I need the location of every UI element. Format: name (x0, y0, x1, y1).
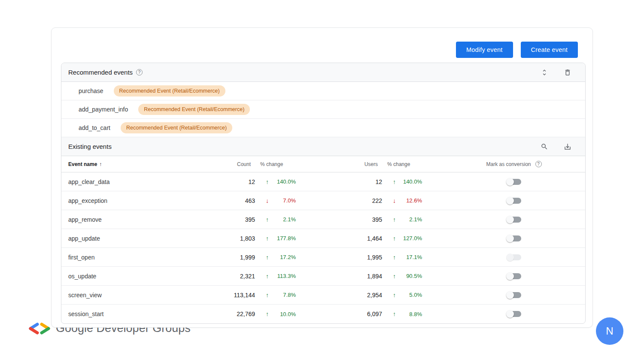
delete-icon[interactable] (564, 69, 571, 76)
event-count: 22,769 (204, 311, 255, 317)
column-users-change[interactable]: % change (382, 161, 422, 167)
recommended-event-row[interactable]: add_payment_info Recommended Event (Reta… (61, 100, 585, 119)
event-users: 2,954 (296, 292, 382, 299)
count-change-arrow-icon: ↑ (266, 311, 269, 317)
event-row[interactable]: session_start 22,769 ↑ 10.0% 6,097 ↑ 8.8… (61, 305, 585, 323)
event-name: app_update (61, 235, 204, 242)
event-name: screen_view (61, 292, 204, 299)
toggle-knob (506, 178, 514, 186)
toggle-knob (506, 253, 514, 261)
table-header-row: Event name ↑ Count % change Users % chan… (61, 156, 585, 172)
event-users: 1,464 (296, 235, 382, 242)
users-change-value: 127.0% (403, 235, 422, 241)
conversion-toggle[interactable] (506, 253, 522, 262)
column-users[interactable]: Users (296, 161, 382, 167)
users-change-value: 8.8% (409, 311, 422, 317)
recommended-badge: Recommended Event (Retail/Ecommerce) (114, 85, 225, 97)
download-icon[interactable] (564, 143, 571, 151)
users-change-value: 5.0% (409, 292, 422, 298)
toggle-knob (506, 197, 514, 205)
event-row[interactable]: first_open 1,999 ↑ 17.2% 1,995 ↑ 17.1% (61, 248, 585, 267)
event-name: os_update (61, 273, 204, 280)
recommended-event-row[interactable]: add_to_cart Recommended Event (Retail/Ec… (61, 119, 585, 137)
count-change-value: 17.2% (280, 254, 296, 260)
event-count: 1,999 (204, 254, 255, 261)
event-count: 463 (204, 197, 255, 204)
column-event-name-label: Event name (68, 161, 97, 167)
conversion-toggle[interactable] (506, 310, 522, 318)
event-users: 395 (296, 216, 382, 223)
existing-events-list: app_clear_data 12 ↑ 140.0% 12 ↑ 140.0% a… (61, 172, 585, 323)
event-users: 12 (296, 178, 382, 185)
event-row[interactable]: app_remove 395 ↑ 2.1% 395 ↑ 2.1% (61, 210, 585, 229)
column-event-name[interactable]: Event name ↑ (61, 161, 204, 167)
count-change-value: 140.0% (277, 178, 296, 185)
event-users: 222 (296, 197, 382, 204)
conversion-toggle[interactable] (506, 291, 522, 299)
toolbar: Modify event Create event (456, 42, 578, 58)
event-count: 2,321 (204, 273, 255, 280)
conversion-toggle[interactable] (506, 272, 522, 281)
recommended-events-header: Recommended events ? (61, 63, 585, 82)
count-change-arrow-icon: ↑ (266, 235, 269, 242)
toggle-knob (506, 216, 514, 223)
event-name: app_exception (61, 197, 204, 204)
count-change-arrow-icon: ↑ (266, 178, 269, 185)
event-users: 1,995 (296, 254, 382, 261)
avatar-letter: N (606, 325, 613, 337)
users-change-value: 140.0% (403, 178, 422, 185)
users-change-value: 2.1% (409, 216, 422, 223)
event-row[interactable]: os_update 2,321 ↑ 113.3% 1,894 ↑ 90.5% (61, 267, 585, 286)
event-count: 113,144 (204, 292, 255, 299)
users-change-arrow-icon: ↑ (393, 235, 396, 242)
event-count: 1,803 (204, 235, 255, 242)
toggle-knob (506, 310, 514, 318)
profile-avatar[interactable]: N (596, 317, 623, 345)
users-change-arrow-icon: ↑ (393, 254, 396, 261)
column-count-change[interactable]: % change (255, 161, 296, 167)
users-change-value: 12.6% (406, 197, 422, 204)
expand-collapse-icon[interactable] (541, 69, 548, 76)
count-change-arrow-icon: ↓ (266, 197, 269, 204)
event-row[interactable]: app_update 1,803 ↑ 177.8% 1,464 ↑ 127.0% (61, 229, 585, 248)
create-event-button[interactable]: Create event (521, 42, 578, 58)
existing-events-header: Existing events (61, 137, 585, 156)
users-change-value: 17.1% (406, 254, 422, 260)
conversion-toggle[interactable] (506, 234, 522, 243)
conversion-toggle[interactable] (506, 215, 522, 224)
help-icon[interactable]: ? (535, 161, 542, 167)
count-change-value: 10.0% (280, 311, 296, 317)
recommended-badge: Recommended Event (Retail/Ecommerce) (121, 122, 232, 133)
google-developer-groups-logo (28, 322, 51, 335)
event-name: first_open (61, 254, 204, 261)
event-name: app_clear_data (61, 178, 204, 185)
recommended-event-name: purchase (79, 87, 103, 94)
event-users: 1,894 (296, 273, 382, 280)
recommended-events-title: Recommended events (68, 69, 133, 76)
event-row[interactable]: screen_view 113,144 ↑ 7.8% 2,954 ↑ 5.0% (61, 286, 585, 305)
event-row[interactable]: app_clear_data 12 ↑ 140.0% 12 ↑ 140.0% (61, 172, 585, 191)
event-row[interactable]: app_exception 463 ↓ 7.0% 222 ↓ 12.6% (61, 191, 585, 210)
toggle-knob (506, 272, 514, 280)
users-change-arrow-icon: ↑ (393, 292, 396, 299)
modify-event-button[interactable]: Modify event (456, 42, 513, 58)
column-mark-as-conversion: Mark as conversion ? (422, 161, 585, 167)
toggle-knob (506, 291, 514, 299)
search-icon[interactable] (541, 143, 548, 151)
recommended-event-row[interactable]: purchase Recommended Event (Retail/Ecomm… (61, 82, 585, 100)
toggle-knob (506, 235, 514, 242)
users-change-arrow-icon: ↑ (393, 311, 396, 317)
recommended-events-list: purchase Recommended Event (Retail/Ecomm… (61, 82, 585, 137)
users-change-arrow-icon: ↑ (393, 178, 396, 185)
help-icon[interactable]: ? (136, 69, 143, 75)
sort-ascending-icon: ↑ (99, 161, 102, 167)
count-change-value: 7.0% (283, 197, 296, 204)
recommended-event-name: add_payment_info (79, 106, 128, 113)
count-change-value: 177.8% (277, 235, 296, 241)
count-change-arrow-icon: ↑ (266, 273, 269, 280)
column-count[interactable]: Count (204, 161, 255, 167)
conversion-toggle[interactable] (506, 178, 522, 186)
conversion-toggle[interactable] (506, 196, 522, 205)
recommended-event-name: add_to_cart (79, 124, 110, 131)
users-change-arrow-icon: ↑ (393, 216, 396, 223)
